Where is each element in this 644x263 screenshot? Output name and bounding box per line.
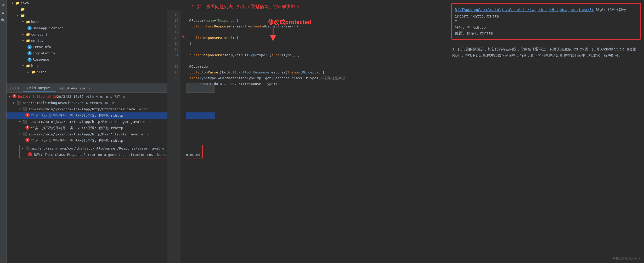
symbol-label: 符号: — [455, 25, 464, 30]
arrow-icon: ▶ — [22, 32, 26, 37]
error-file-link: D:\TApp\app\src\main\java\com\tha\tapp\h… — [455, 7, 637, 13]
file-error-count: 1 error — [137, 132, 151, 137]
arrow-icon: ▼ — [22, 19, 26, 25]
file-icon: C — [27, 45, 32, 49]
position-label: 位置: — [455, 31, 464, 35]
caret-line: ^ — [455, 19, 637, 24]
error-text: 错误: 找不到符号符号: 类 RxHttp位置: 程序包 rxhttp — [31, 125, 123, 131]
arrow-icon: ▼ — [22, 38, 26, 43]
error-text: 错误: 找不到符号符号: 类 RxHttp位置: 程序包 rxhttp — [31, 113, 123, 118]
code-line-17 — [189, 29, 445, 35]
symbol-value: 类 RxHttp — [467, 25, 486, 30]
task-icon: ⬛ — [16, 100, 21, 106]
tab-build-output[interactable]: Build Output × — [23, 85, 56, 92]
file-icon: ⬛ — [25, 146, 30, 151]
code-line-16: public class ResponseParser<T> extends A… — [189, 24, 445, 29]
right-panel: D:\TApp\app\src\main\java\com\tha\tapp\h… — [448, 0, 644, 263]
code-line-28: Response<T> data = convert(response, typ… — [189, 81, 445, 87]
error-icon: ! — [12, 94, 16, 98]
code-line-25: @Override — [189, 64, 445, 70]
error-icon: ! — [25, 113, 30, 117]
folder-icon: 📁 — [26, 63, 30, 68]
sync-icon[interactable]: ⟳ — [0, 2, 6, 8]
file-icon: ⬛ — [23, 119, 27, 124]
code-line-space — [189, 58, 445, 64]
tree-item-label: constant — [31, 32, 48, 37]
tree-item-label: entity — [31, 38, 43, 43]
build-date-text: 20/3/23 15:07 with 4 errors — [57, 94, 112, 99]
position-value: 程序包 rxhttp — [467, 31, 493, 35]
error-text: 错误: 找不到符号符号: 类 RxHttp位置: 程序包 rxhttp — [31, 138, 123, 143]
tab-label: Build Output — [26, 86, 50, 90]
task-text: :app:compileD — [22, 100, 49, 106]
tab-close-icon[interactable]: × — [89, 87, 91, 90]
code-line-14 — [189, 12, 445, 18]
gutter: · · · · ● · · · · · · · · — [180, 10, 186, 263]
tree-item-label: BaseApplication — [33, 26, 63, 31]
arrow-icon: ▼ — [12, 1, 15, 6]
explanation-paragraph: 1、此问题的原因是，其它代码存在问题，导致编译通不过，从而无法生成 RxHttp… — [452, 46, 640, 59]
file-icon: ⬛ — [23, 107, 27, 112]
watermark: @稀土掘金技术社区 — [613, 256, 641, 261]
tree-item-label: Response — [33, 57, 49, 62]
explanation-section: Build: failed at 2020/3/23 15:07 with 4 … — [448, 43, 644, 62]
task-text2: ebugJavaWithJavac 4 errors — [49, 100, 102, 106]
tree-item-label: glide — [36, 70, 47, 75]
code-editor-area: 14 15 16 17 18 19 20 21 25 26 27 28 · · … — [167, 10, 448, 263]
code-line-26: public T onParse(@NotNull okhttp3.Respon… — [189, 70, 445, 75]
code-content: @Parser(name = "Response") public class … — [186, 10, 448, 263]
file-error-count: 1 error — [135, 107, 149, 112]
file-text: app/src/main/java/com/tha/tapp/http/RxHt… — [29, 119, 139, 124]
error-title-text: 错误: 找不到符号 — [596, 8, 626, 12]
left-icons-bar: ⟳ ⊟ 🔍 — [0, 0, 7, 263]
file-text: app/src/main/java/com/tha/tapp/http/Http… — [29, 107, 135, 112]
annotation-step2: 2、如：查看问题列表，找出了罪魁祸首，将它解决即可 — [188, 3, 302, 11]
error-icon: ! — [25, 125, 30, 130]
file-path-link[interactable]: D:\TApp\app\src\main\java\com\tha\tapp\h… — [455, 8, 594, 12]
error-detail-box: D:\TApp\app\src\main\java\com\tha\tapp\h… — [451, 3, 641, 40]
folder-icon: 📁 — [21, 7, 25, 12]
tab-close-icon[interactable]: × — [52, 86, 54, 90]
tree-item-label: LoginEntity — [33, 51, 55, 56]
file-text: app/src/main/java/com/tha/tapp/http/Main… — [29, 132, 137, 137]
filter-icon[interactable]: ⊟ — [0, 9, 6, 16]
file-icon: C — [27, 51, 32, 55]
left-panel: ⟳ ⊟ 🔍 ▼ 📁 java 📁 . ▼ 📁 — [0, 0, 167, 263]
tree-item-label: http — [31, 63, 39, 68]
folder-icon: 📁 — [31, 70, 35, 75]
line-numbers: 14 15 16 17 18 19 20 21 25 26 27 28 — [167, 10, 180, 263]
code-editor: 2、如：查看问题列表，找出了罪魁祸首，将它解决即可 14 15 16 17 18… — [167, 0, 448, 263]
folder-icon: 📁 — [26, 38, 30, 43]
collapse-icon: ▼ — [19, 107, 23, 112]
folder-icon: 📁 — [21, 13, 25, 18]
code-line-19: } — [189, 41, 445, 47]
tab-build-analyzer[interactable]: Build Analyzer × — [56, 85, 93, 91]
build-time: 787 ms — [114, 94, 126, 99]
collapse-icon: ▼ — [22, 146, 25, 151]
tree-item-label: ErrorInfo — [33, 44, 51, 50]
code-line-20 — [189, 47, 445, 52]
file-icon: ⬛ — [23, 132, 27, 137]
symbol-row: 符号: 类 RxHttp — [455, 25, 637, 30]
folder-icon: 📁 — [15, 1, 20, 6]
build-label: Build: — [9, 86, 21, 90]
arrow-icon: ▼ — [22, 63, 26, 68]
file-icon: C — [27, 58, 32, 62]
file-error-count: 1 error — [139, 119, 154, 124]
collapse-icon: ▼ — [19, 119, 23, 124]
error-icon: ! — [25, 138, 30, 142]
arrow-icon: ▼ — [17, 13, 21, 18]
code-line-21: public ResponseParser(@NotNull Type type… — [189, 52, 445, 58]
task-time: 381 ms — [104, 100, 115, 106]
import-code-line: import rxhttp.RxHttp; — [455, 14, 637, 18]
tree-item-label: . — [26, 7, 28, 12]
folder-icon: 📁 — [26, 19, 30, 25]
build-status-text: Build: failed at 20 — [18, 94, 57, 99]
collapse-icon: ▼ — [19, 132, 23, 137]
arrow-icon: ▶ — [27, 70, 31, 75]
main-container: ⟳ ⊟ 🔍 ▼ 📁 java 📁 . ▼ 📁 — [0, 0, 644, 263]
search-icon[interactable]: 🔍 — [0, 17, 6, 24]
tab-label: Build Analyzer — [59, 86, 88, 90]
collapse-icon: ▼ — [9, 94, 12, 99]
code-line-27: final Type type = ParameterizedTypeImpl.… — [189, 75, 445, 81]
